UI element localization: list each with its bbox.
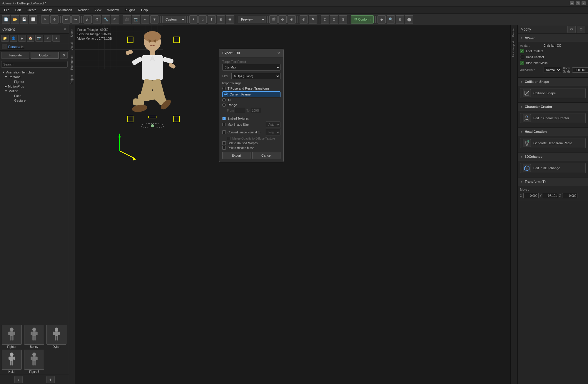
anim-btn[interactable]: ⊛ — [300, 15, 308, 24]
render3-btn[interactable]: ⊗ — [288, 15, 296, 24]
menu-animation[interactable]: Animation — [55, 8, 75, 12]
menu-file[interactable]: File — [1, 8, 12, 12]
cloth-btn[interactable]: ⊜ — [330, 15, 338, 24]
folder-icon-btn[interactable]: 📁 — [1, 35, 9, 42]
edit-char-creator-btn[interactable]: Edit in Character Creator — [520, 113, 586, 123]
avatar-section-header[interactable]: ▼ Avatar — [518, 33, 588, 42]
sun-btn[interactable]: ☀ — [150, 15, 158, 24]
head-creation-header[interactable]: ▼ Head Creation — [518, 128, 588, 136]
vtab-project[interactable]: Project — [69, 73, 75, 87]
menu-plugins[interactable]: Plugins — [122, 8, 138, 12]
transform-header[interactable]: ▼ Transform (T) — [518, 177, 588, 186]
radio-tpose-icon[interactable] — [222, 87, 226, 90]
modify-icon1[interactable]: ⚙ — [567, 26, 576, 33]
tree-motionplus[interactable]: ▶ MotionPlus — [2, 84, 69, 89]
collision-shape-btn[interactable]: Collision Shape — [520, 88, 586, 98]
preview-select[interactable]: Preview High Quality — [238, 16, 265, 23]
export-btn2[interactable]: ⬆ — [208, 15, 216, 24]
content-close-btn[interactable]: ✕ — [64, 27, 66, 31]
body-scale-input[interactable] — [572, 67, 588, 73]
delete-unused-checkbox[interactable] — [222, 141, 226, 145]
tab-template[interactable]: Template — [1, 52, 29, 59]
radio-current-icon[interactable] — [224, 93, 228, 96]
grid-btn[interactable]: ⊞ — [217, 15, 225, 24]
cam2-btn[interactable]: 📷 — [132, 15, 140, 24]
breadcrumb-persona[interactable]: Persona — [8, 45, 20, 48]
render2-btn[interactable]: ⊙ — [278, 15, 287, 24]
move-btn[interactable]: ✛ — [50, 15, 59, 24]
tree-animation-template[interactable]: ▼ Animation Template — [0, 70, 69, 75]
light-btn[interactable]: ✦ — [189, 15, 198, 24]
cancel-btn[interactable]: Cancel — [252, 152, 280, 159]
y-input[interactable] — [543, 193, 558, 198]
generate-head-btn[interactable]: Generate Head from Photo — [520, 138, 586, 148]
dialog-close-btn[interactable]: ✕ — [277, 51, 280, 56]
convert-image-checkbox[interactable] — [222, 130, 226, 134]
minimize-btn[interactable]: ─ — [570, 1, 574, 5]
effect-icon-btn[interactable]: ✦ — [52, 35, 60, 42]
bone-btn[interactable]: ⊘ — [321, 15, 329, 24]
thumb-figure5[interactable]: Figure5 — [24, 350, 45, 373]
mini-tab-mini-viewport[interactable]: Mini Viewport — [511, 39, 517, 59]
render-btn[interactable]: 🎬 — [269, 15, 278, 24]
close-btn[interactable]: ✕ — [582, 1, 586, 5]
embed-textures-checkbox[interactable] — [222, 117, 226, 120]
opt-all[interactable]: All — [222, 98, 280, 102]
select-btn[interactable]: ↖ — [41, 15, 49, 24]
opt-range[interactable]: Range — [222, 103, 280, 107]
tree-persona[interactable]: ▼ Persona — [2, 75, 69, 79]
target-tool-select[interactable]: 3ds Max Maya Blender — [222, 64, 280, 71]
panel-add-btn[interactable]: + — [46, 376, 55, 383]
menu-modify[interactable]: Modify — [39, 8, 55, 12]
mode-select[interactable]: Custom Standard — [162, 16, 186, 23]
hand-contact-checkbox[interactable] — [520, 55, 524, 59]
conform-btn[interactable]: ⊡ Conform — [351, 15, 374, 24]
save-btn[interactable]: 💾 — [20, 15, 28, 24]
opt-current-frame[interactable]: Current Frame — [222, 91, 280, 97]
back-btn[interactable]: ← — [2, 44, 7, 49]
extra2-btn[interactable]: ⬤ — [405, 15, 413, 24]
tab-custom[interactable]: Custom — [31, 52, 59, 59]
diamond-btn[interactable]: ◆ — [377, 15, 386, 24]
menu-create[interactable]: Create — [24, 8, 39, 12]
hide-inner-mesh-checkbox[interactable] — [520, 61, 524, 65]
paint-btn[interactable]: 🖊 — [83, 15, 92, 24]
three-dx-header[interactable]: ▼ 3DXchange — [518, 152, 588, 161]
edit-3dxchange-btn[interactable]: Edit in 3DXchange — [520, 163, 586, 173]
tool1-btn[interactable]: ⚙ — [93, 15, 101, 24]
vtab-visual[interactable]: Visual — [69, 40, 75, 53]
tree-gesture[interactable]: Gesture — [7, 98, 69, 103]
import-btn[interactable]: ⬜ — [29, 15, 37, 24]
radio-range-icon[interactable] — [222, 103, 226, 107]
extra1-btn[interactable]: ⊞ — [396, 15, 404, 24]
light-icon-btn[interactable]: ☀ — [44, 35, 51, 42]
x-input[interactable] — [523, 193, 539, 198]
move2-btn[interactable]: ↔ — [141, 15, 149, 24]
thumb-fighter[interactable]: Fighter — [1, 325, 22, 348]
thumb-benny[interactable]: Benny — [24, 325, 45, 348]
open-btn[interactable]: 📂 — [11, 15, 19, 24]
tree-motion[interactable]: ▼ Motion — [2, 89, 69, 93]
settings-icon-btn[interactable]: ⚙ — [60, 52, 68, 59]
flag-btn[interactable]: ⚑ — [309, 15, 317, 24]
tree-face[interactable]: Face — [7, 93, 69, 98]
search-input[interactable] — [1, 61, 68, 68]
export-btn[interactable]: Export — [222, 152, 250, 159]
max-image-checkbox[interactable] — [222, 123, 226, 126]
tool2-btn[interactable]: 🔧 — [102, 15, 110, 24]
zoom-btn[interactable]: 🔍 — [387, 15, 395, 24]
fps-select[interactable]: 60 fps (iClone) 30 fps 24 fps — [231, 73, 280, 79]
snap-btn[interactable]: ◉ — [226, 15, 234, 24]
delete-hidden-checkbox[interactable] — [222, 146, 226, 150]
scene-icon-btn[interactable]: 🏠 — [27, 35, 34, 42]
person-icon-btn[interactable]: 👤 — [10, 35, 17, 42]
panel-down-btn[interactable]: ↓ — [14, 376, 23, 383]
redo-btn[interactable]: ↪ — [71, 15, 80, 24]
cam-btn[interactable]: 🎥 — [123, 15, 131, 24]
undo-btn[interactable]: ↩ — [62, 15, 71, 24]
physics-btn[interactable]: ⊝ — [339, 15, 347, 24]
sky-btn[interactable]: ⌂ — [198, 15, 207, 24]
blink-select[interactable]: Normal Fast Slow — [544, 67, 561, 73]
thumb-heidi[interactable]: Heidi — [1, 350, 22, 373]
tool3-btn[interactable]: 👁 — [111, 15, 119, 24]
